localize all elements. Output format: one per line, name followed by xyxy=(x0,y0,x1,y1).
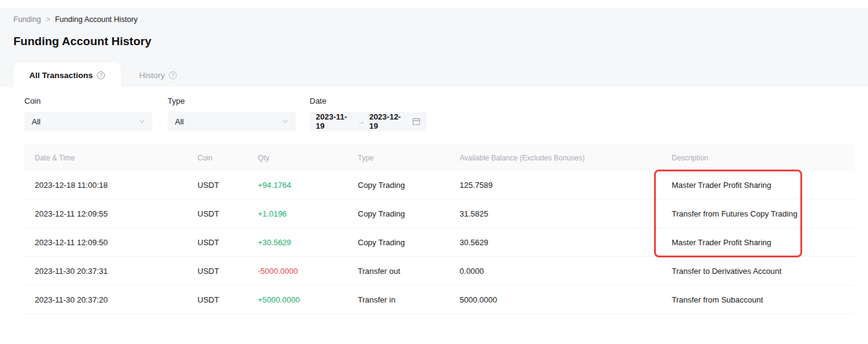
cell-description: Master Trader Profit Sharing xyxy=(661,181,855,190)
cell-type: Copy Trading xyxy=(347,238,449,247)
cell-coin: USDT xyxy=(187,295,247,304)
tab-all-transactions-label: All Transactions xyxy=(29,71,93,80)
chevron-down-icon xyxy=(139,118,145,124)
cell-available-balance: 30.5629 xyxy=(449,238,661,247)
column-header-qty: Qty xyxy=(247,154,347,162)
cell-coin: USDT xyxy=(187,181,247,190)
date-filter-group: Date 2023-11-19 → 2023-12-19 xyxy=(310,96,427,131)
cell-qty: +30.5629 xyxy=(247,238,347,247)
breadcrumb: Funding > Funding Account History xyxy=(0,8,868,24)
column-header-type: Type xyxy=(347,154,449,162)
table-row[interactable]: 2023-11-30 20:37:20 USDT +5000.0000 Tran… xyxy=(24,285,855,314)
column-header-coin: Coin xyxy=(187,154,247,162)
cell-description: Transfer from Futures Copy Trading xyxy=(661,209,855,218)
cell-description: Transfer from Subaccount xyxy=(661,295,855,304)
tab-bar: All Transactions ? History ? xyxy=(0,63,868,87)
cell-datetime: 2023-11-30 20:37:31 xyxy=(24,267,187,276)
transactions-table: Date & Time Coin Qty Type Available Bala… xyxy=(24,145,855,314)
date-filter-label: Date xyxy=(310,96,427,106)
cell-datetime: 2023-12-11 12:09:50 xyxy=(24,238,187,247)
question-circle-icon[interactable]: ? xyxy=(169,71,177,79)
cell-coin: USDT xyxy=(187,267,247,276)
cell-description: Transfer to Derivatives Account xyxy=(661,267,855,276)
page-header: Funding > Funding Account History Fundin… xyxy=(0,8,868,87)
column-header-description: Description xyxy=(661,154,855,162)
coin-filter-select[interactable]: All xyxy=(24,112,152,131)
coin-filter-value: All xyxy=(32,117,40,126)
chevron-down-icon xyxy=(282,118,288,124)
cell-type: Copy Trading xyxy=(347,181,449,190)
date-range-picker[interactable]: 2023-11-19 → 2023-12-19 xyxy=(310,112,427,131)
breadcrumb-item-funding[interactable]: Funding xyxy=(13,15,41,24)
column-header-available-balance: Available Balance (Excludes Bonuses) xyxy=(449,154,661,162)
table-row[interactable]: 2023-12-11 12:09:55 USDT +1.0196 Copy Tr… xyxy=(24,199,855,228)
table-row[interactable]: 2023-12-18 11:00:18 USDT +94.1764 Copy T… xyxy=(24,171,855,199)
cell-coin: USDT xyxy=(187,238,247,247)
cell-datetime: 2023-12-18 11:00:18 xyxy=(24,181,187,190)
table-body: 2023-12-18 11:00:18 USDT +94.1764 Copy T… xyxy=(24,171,855,314)
breadcrumb-separator: > xyxy=(46,15,50,24)
breadcrumb-item-current: Funding Account History xyxy=(55,15,138,24)
question-circle-icon[interactable]: ? xyxy=(97,71,105,79)
date-from-value: 2023-11-19 xyxy=(316,112,354,131)
cell-available-balance: 31.5825 xyxy=(449,209,661,218)
cell-description: Master Trader Profit Sharing xyxy=(661,238,855,247)
type-filter-label: Type xyxy=(168,96,296,106)
tab-history[interactable]: History ? xyxy=(121,63,195,87)
coin-filter-group: Coin All xyxy=(24,96,152,131)
page-title: Funding Account History xyxy=(13,35,868,48)
filter-bar: Coin All Type All Date 2023-11-19 → 2023… xyxy=(24,96,427,131)
cell-available-balance: 125.7589 xyxy=(449,181,661,190)
type-filter-value: All xyxy=(175,117,183,126)
table-header-row: Date & Time Coin Qty Type Available Bala… xyxy=(24,145,855,171)
cell-type: Copy Trading xyxy=(347,209,449,218)
column-header-datetime: Date & Time xyxy=(24,154,187,162)
cell-datetime: 2023-12-11 12:09:55 xyxy=(24,209,187,218)
cell-available-balance: 0.0000 xyxy=(449,267,661,276)
cell-qty: +1.0196 xyxy=(247,209,347,218)
coin-filter-label: Coin xyxy=(24,96,152,106)
cell-coin: USDT xyxy=(187,209,247,218)
cell-qty: +94.1764 xyxy=(247,181,347,190)
calendar-icon xyxy=(412,117,421,126)
table-row[interactable]: 2023-12-11 12:09:50 USDT +30.5629 Copy T… xyxy=(24,228,855,257)
date-to-value: 2023-12-19 xyxy=(369,112,407,131)
cell-qty: +5000.0000 xyxy=(247,295,347,304)
cell-type: Transfer out xyxy=(347,267,449,276)
cell-qty: -5000.0000 xyxy=(247,267,347,276)
tab-all-transactions[interactable]: All Transactions ? xyxy=(13,63,121,87)
table-row[interactable]: 2023-11-30 20:37:31 USDT -5000.0000 Tran… xyxy=(24,257,855,285)
cell-type: Transfer in xyxy=(347,295,449,304)
date-range-arrow: → xyxy=(358,117,365,126)
cell-datetime: 2023-11-30 20:37:20 xyxy=(24,295,187,304)
tab-history-label: History xyxy=(139,71,165,80)
type-filter-group: Type All xyxy=(168,96,296,131)
type-filter-select[interactable]: All xyxy=(168,112,296,131)
cell-available-balance: 5000.0000 xyxy=(449,295,661,304)
